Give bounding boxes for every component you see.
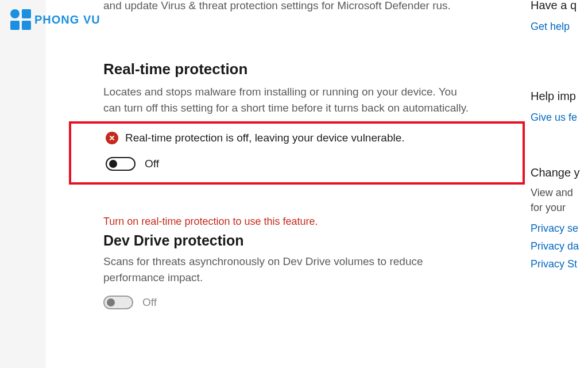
realtime-desc: Locates and stops malware from installin… [103, 84, 471, 117]
realtime-toggle[interactable] [106, 157, 136, 171]
rp-improve-heading: Help imp [531, 90, 588, 103]
toggle-knob [107, 298, 115, 306]
sidebar-placeholder [0, 0, 46, 368]
rp-question-heading: Have a q [531, 0, 588, 12]
privacy-dashboard-link[interactable]: Privacy da [531, 237, 588, 255]
phongvu-logo-mark [10, 9, 31, 30]
privacy-statement-link[interactable]: Privacy St [531, 255, 588, 273]
rp-change-text1: View and [531, 185, 588, 200]
realtime-toggle-label: Off [145, 158, 159, 170]
toggle-knob [109, 160, 117, 168]
feature-required-warning: Turn on real-time protection to use this… [103, 216, 508, 228]
error-icon [106, 132, 118, 144]
devdrive-toggle [103, 296, 133, 309]
rp-privacy-group: Change y View and for your Privacy se Pr… [531, 166, 588, 273]
devdrive-title: Dev Drive protection [103, 232, 508, 249]
rp-improve-group: Help imp Give us fe [531, 90, 588, 126]
rp-change-heading: Change y [531, 166, 588, 179]
devdrive-toggle-label: Off [142, 296, 157, 309]
realtime-warning-text: Real-time protection is off, leaving you… [125, 132, 405, 144]
realtime-warning-row: Real-time protection is off, leaving you… [106, 132, 518, 144]
realtime-title: Real-time protection [103, 60, 508, 78]
devdrive-desc: Scans for threats asynchronously on Dev … [103, 254, 471, 286]
realtime-section: Real-time protection Locates and stops m… [103, 60, 508, 185]
rp-change-text2: for your [531, 200, 588, 215]
rp-question-group: Have a q Get help [531, 0, 588, 36]
privacy-settings-link[interactable]: Privacy se [531, 220, 588, 237]
devdrive-section: Dev Drive protection Scans for threats a… [103, 232, 508, 309]
logo-overlay: PHONG VU [10, 9, 100, 30]
highlight-annotation: Real-time protection is off, leaving you… [69, 121, 525, 185]
phongvu-logo-text: PHONG VU [34, 13, 100, 26]
give-feedback-link[interactable]: Give us fe [531, 109, 588, 126]
intro-text: and update Virus & threat protection set… [103, 0, 508, 14]
get-help-link[interactable]: Get help [531, 18, 588, 36]
